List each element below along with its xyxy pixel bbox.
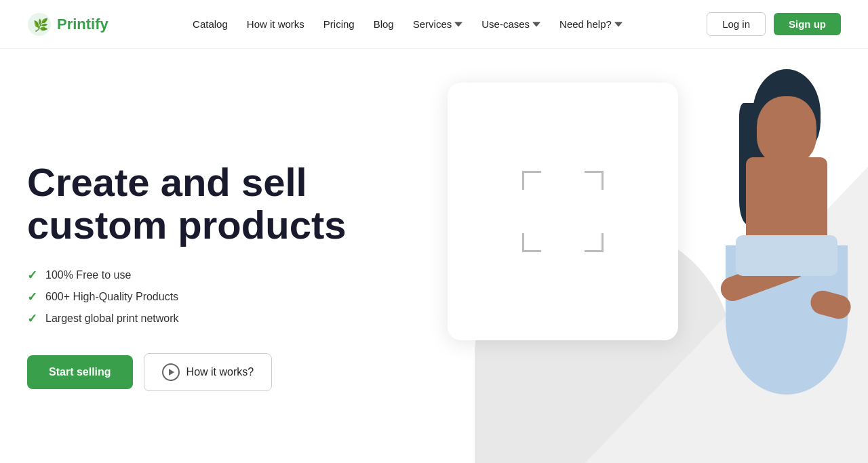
svg-text:🌿: 🌿 bbox=[33, 18, 49, 33]
nav-blog[interactable]: Blog bbox=[374, 18, 394, 30]
corner-bl bbox=[522, 233, 541, 252]
nav-actions: Log in Sign up bbox=[707, 12, 841, 36]
hero-title: Create and sell custom products bbox=[27, 161, 347, 246]
logo-icon: 🌿 bbox=[27, 12, 52, 37]
product-mockup-card bbox=[448, 83, 678, 340]
nav-catalog[interactable]: Catalog bbox=[193, 18, 228, 30]
logo-link[interactable]: 🌿 Printify bbox=[27, 12, 108, 37]
check-icon-3: ✓ bbox=[27, 311, 37, 326]
hero-content: Create and sell custom products ✓ 100% F… bbox=[27, 161, 347, 391]
hero-buttons: Start selling How it works? bbox=[27, 353, 347, 391]
how-it-works-button[interactable]: How it works? bbox=[144, 353, 273, 391]
nav-need-help-dropdown[interactable]: Need help? bbox=[559, 18, 623, 30]
feature-item-1: ✓ 100% Free to use bbox=[27, 268, 347, 283]
play-icon bbox=[162, 363, 180, 381]
nav-pricing[interactable]: Pricing bbox=[323, 18, 355, 30]
check-icon-1: ✓ bbox=[27, 268, 37, 283]
character-illustration bbox=[712, 62, 861, 442]
navigation: 🌿 Printify Catalog How it works Pricing … bbox=[0, 0, 868, 49]
nav-links: Catalog How it works Pricing Blog Servic… bbox=[193, 18, 623, 30]
signup-button[interactable]: Sign up bbox=[774, 13, 841, 35]
nav-services-dropdown[interactable]: Services bbox=[413, 18, 463, 30]
char-head bbox=[757, 96, 816, 164]
play-triangle-icon bbox=[169, 369, 174, 376]
logo-text: Printify bbox=[57, 16, 108, 33]
check-icon-2: ✓ bbox=[27, 289, 37, 304]
corner-br bbox=[585, 233, 604, 252]
hero-features-list: ✓ 100% Free to use ✓ 600+ High-Quality P… bbox=[27, 268, 347, 326]
hero-illustration bbox=[407, 49, 868, 463]
start-selling-button[interactable]: Start selling bbox=[27, 355, 133, 389]
login-button[interactable]: Log in bbox=[707, 12, 766, 36]
feature-item-3: ✓ Largest global print network bbox=[27, 311, 347, 326]
hero-section: Create and sell custom products ✓ 100% F… bbox=[0, 49, 868, 463]
corner-brackets bbox=[522, 171, 604, 252]
feature-item-2: ✓ 600+ High-Quality Products bbox=[27, 289, 347, 304]
nav-use-cases-dropdown[interactable]: Use-cases bbox=[481, 18, 540, 30]
char-skirt-top bbox=[736, 235, 837, 276]
nav-how-it-works[interactable]: How it works bbox=[247, 18, 304, 30]
